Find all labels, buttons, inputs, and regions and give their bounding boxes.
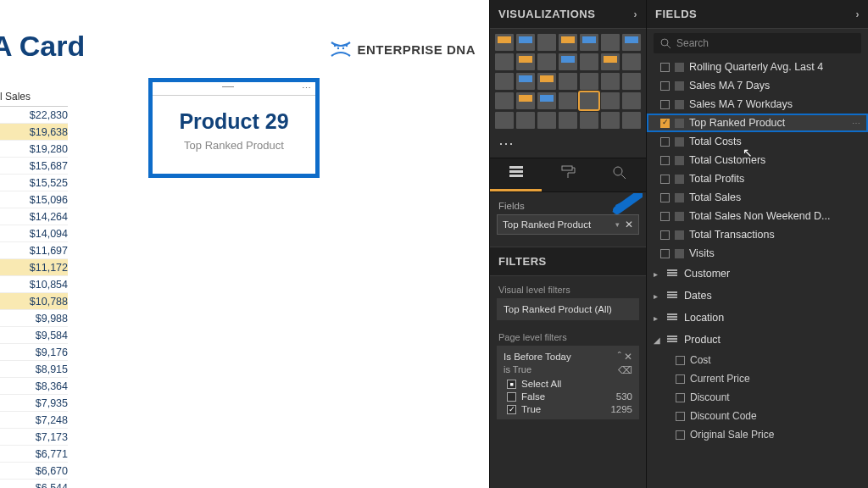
viz-type-icon[interactable] bbox=[580, 112, 598, 129]
checkbox-icon[interactable] bbox=[660, 193, 670, 202]
viz-type-icon[interactable] bbox=[537, 53, 556, 70]
viz-type-icon[interactable] bbox=[495, 92, 514, 109]
field-menu-icon[interactable]: ⋯ bbox=[852, 119, 861, 128]
viz-type-icon[interactable] bbox=[580, 34, 598, 51]
sales-cell[interactable]: $15,525 bbox=[0, 175, 68, 191]
checkbox-icon[interactable] bbox=[660, 63, 670, 72]
grip-icon[interactable] bbox=[222, 86, 234, 87]
viz-type-icon[interactable] bbox=[537, 112, 556, 129]
viz-type-icon[interactable] bbox=[601, 53, 620, 70]
viz-type-icon[interactable] bbox=[559, 112, 577, 129]
chevron-right-icon[interactable]: › bbox=[856, 8, 860, 20]
sales-cell[interactable]: $19,280 bbox=[0, 141, 68, 158]
viz-type-icon[interactable] bbox=[495, 112, 514, 129]
sales-cell[interactable]: $9,584 bbox=[0, 327, 68, 344]
sales-cell[interactable]: $14,094 bbox=[0, 225, 68, 242]
sales-cell[interactable]: $15,687 bbox=[0, 158, 68, 175]
viz-type-icon[interactable] bbox=[495, 34, 514, 51]
checkbox-icon[interactable] bbox=[660, 249, 670, 258]
field-measure[interactable]: Rolling Quarterly Avg. Last 4 bbox=[647, 58, 868, 76]
viz-type-icon[interactable] bbox=[622, 92, 641, 109]
visual-menu-icon[interactable]: ⋯ bbox=[302, 83, 312, 94]
collapse-filter-icon[interactable]: ˆ bbox=[618, 351, 621, 363]
sales-cell[interactable]: $11,172 bbox=[0, 259, 68, 276]
viz-type-icon[interactable] bbox=[622, 112, 641, 129]
card-visual-selected[interactable]: ⋯ Product 29 Top Ranked Product bbox=[148, 78, 320, 178]
viz-type-icon[interactable] bbox=[495, 53, 514, 70]
viz-type-icon[interactable] bbox=[537, 34, 556, 51]
caret-down-icon[interactable]: ◢ bbox=[654, 336, 660, 345]
viz-type-icon[interactable] bbox=[580, 53, 598, 70]
field-measure[interactable]: Total Costs bbox=[647, 132, 868, 151]
sales-cell[interactable]: $6,670 bbox=[0, 463, 68, 480]
chevron-right-icon[interactable]: › bbox=[634, 8, 638, 20]
checkbox-icon[interactable] bbox=[660, 119, 670, 128]
field-measure[interactable]: Total Sales Non Weekend D... bbox=[647, 207, 868, 225]
viz-type-icon[interactable] bbox=[601, 73, 620, 90]
field-measure[interactable]: Total Sales bbox=[647, 188, 868, 207]
field-column[interactable]: Original Sale Price bbox=[647, 425, 868, 444]
viz-type-icon[interactable] bbox=[559, 73, 577, 90]
viz-type-icon[interactable] bbox=[495, 73, 514, 90]
checkbox-icon[interactable] bbox=[507, 380, 516, 389]
fields-well[interactable]: Top Ranked Product ▾ ✕ bbox=[497, 214, 639, 235]
sales-cell[interactable]: $11,697 bbox=[0, 242, 68, 259]
field-column[interactable]: Cost bbox=[647, 351, 868, 369]
sales-cell[interactable]: $10,854 bbox=[0, 276, 68, 293]
viz-type-icon[interactable] bbox=[580, 73, 598, 90]
visual-filter-item[interactable]: Top Ranked Product (All) bbox=[497, 298, 639, 320]
visualizations-header[interactable]: VISUALIZATIONS › bbox=[490, 0, 646, 29]
viz-type-icon[interactable] bbox=[516, 53, 535, 70]
fields-header[interactable]: FIELDS › bbox=[647, 0, 868, 29]
sales-cell[interactable]: $7,173 bbox=[0, 429, 68, 446]
checkbox-icon[interactable] bbox=[660, 230, 670, 240]
field-measure[interactable]: Visits bbox=[647, 244, 868, 263]
checkbox-icon[interactable] bbox=[660, 100, 670, 109]
tab-fields[interactable] bbox=[490, 158, 542, 191]
filter-option-selectall[interactable]: Select All bbox=[504, 376, 632, 389]
viz-type-icon[interactable] bbox=[516, 73, 535, 90]
sales-cell[interactable]: $14,264 bbox=[0, 208, 68, 225]
viz-type-icon[interactable] bbox=[537, 92, 556, 109]
field-measure[interactable]: Sales MA 7 Days bbox=[647, 76, 868, 95]
viz-type-icon[interactable] bbox=[516, 34, 535, 51]
field-measure[interactable]: Top Ranked Product⋯ bbox=[647, 114, 868, 132]
page-filter-item[interactable]: Is Before Today ˆ ✕ is True ⌫ Select All… bbox=[497, 346, 639, 419]
sales-cell[interactable]: $22,830 bbox=[0, 107, 68, 124]
checkbox-icon[interactable] bbox=[660, 212, 670, 221]
viz-type-icon[interactable] bbox=[580, 92, 598, 109]
checkbox-icon[interactable] bbox=[676, 393, 685, 402]
viz-type-icon[interactable] bbox=[559, 53, 577, 70]
field-table[interactable]: ▸Location bbox=[647, 307, 868, 329]
sales-cell[interactable]: $8,915 bbox=[0, 361, 68, 378]
viz-type-icon[interactable] bbox=[516, 112, 535, 129]
field-column[interactable]: Discount Code bbox=[647, 407, 868, 425]
filter-option-true[interactable]: True 1295 bbox=[504, 402, 632, 414]
viz-type-icon[interactable] bbox=[559, 34, 577, 51]
viz-type-icon[interactable] bbox=[516, 92, 535, 109]
viz-type-icon[interactable] bbox=[601, 112, 620, 129]
field-table[interactable]: ▸Customer bbox=[647, 263, 868, 285]
field-table[interactable]: ◢Product bbox=[647, 329, 868, 351]
remove-field-icon[interactable]: ✕ bbox=[625, 219, 633, 230]
checkbox-icon[interactable] bbox=[676, 412, 685, 421]
checkbox-icon[interactable] bbox=[660, 156, 670, 165]
viz-type-icon[interactable] bbox=[537, 73, 556, 90]
filter-option-false[interactable]: False 530 bbox=[504, 389, 632, 402]
field-column[interactable]: Discount bbox=[647, 388, 868, 407]
caret-right-icon[interactable]: ▸ bbox=[654, 291, 660, 301]
checkbox-icon[interactable] bbox=[507, 392, 516, 402]
dropdown-icon[interactable]: ▾ bbox=[615, 220, 620, 229]
viz-type-icon[interactable] bbox=[601, 34, 620, 51]
checkbox-icon[interactable] bbox=[676, 430, 685, 440]
viz-type-icon[interactable] bbox=[622, 73, 641, 90]
eraser-icon[interactable]: ⌫ bbox=[618, 364, 632, 376]
sales-cell[interactable]: $19,638 bbox=[0, 124, 68, 141]
caret-right-icon[interactable]: ▸ bbox=[654, 269, 660, 279]
field-measure[interactable]: Total Customers bbox=[647, 151, 868, 169]
tab-format[interactable] bbox=[542, 158, 593, 191]
checkbox-icon[interactable] bbox=[660, 81, 670, 91]
sales-cell[interactable]: $9,176 bbox=[0, 344, 68, 361]
caret-right-icon[interactable]: ▸ bbox=[654, 313, 660, 323]
viz-type-icon[interactable] bbox=[601, 92, 620, 109]
